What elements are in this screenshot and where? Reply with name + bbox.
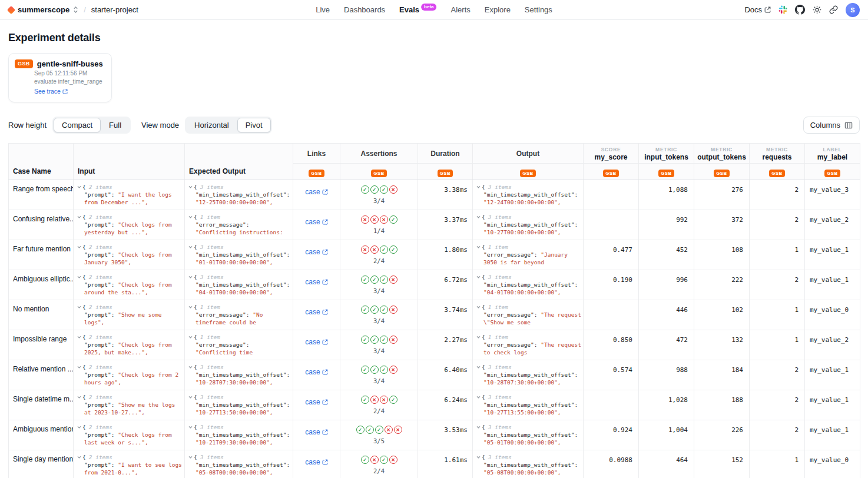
item-count: 2 items (89, 214, 112, 220)
assertion-fail-icon: ✕ (389, 366, 397, 374)
expand-chevron-icon[interactable] (188, 274, 193, 280)
case-link[interactable]: case (305, 218, 327, 226)
case-link[interactable]: case (305, 248, 327, 256)
breadcrumb-project[interactable]: starter-project (91, 5, 138, 14)
item-count: 1 item (200, 334, 220, 340)
view-mode-option-pivot[interactable]: Pivot (237, 118, 271, 132)
expand-chevron-icon[interactable] (188, 304, 193, 310)
input-tokens-value: 472 (639, 330, 694, 360)
run-badge[interactable]: GSB (520, 170, 536, 177)
view-mode-option-horizontal[interactable]: Horizontal (186, 118, 237, 132)
expand-chevron-icon[interactable] (476, 454, 481, 460)
expand-chevron-icon[interactable] (476, 394, 481, 400)
run-badge-cell: GSB (293, 164, 340, 180)
expand-chevron-icon[interactable] (188, 424, 193, 430)
expand-chevron-icon[interactable] (188, 334, 193, 340)
item-count: 3 items (200, 244, 224, 250)
row-height-option-full[interactable]: Full (101, 118, 130, 132)
tab-evals[interactable]: Evalsbeta (393, 1, 443, 18)
run-badge[interactable]: GSB (769, 170, 785, 177)
run-badge[interactable]: GSB (371, 170, 387, 177)
case-name: Single day mention (13, 455, 73, 463)
expand-chevron-icon[interactable] (476, 424, 481, 430)
expected-output-cell: {3 items "min_timestamp_with_offset": "0… (185, 240, 293, 270)
expand-chevron-icon[interactable] (188, 364, 193, 370)
assertion-icons: ✓✓✓✕ (340, 366, 418, 374)
tab-alerts[interactable]: Alerts (445, 1, 477, 18)
tab-live[interactable]: Live (309, 1, 336, 18)
expand-chevron-icon[interactable] (77, 394, 82, 400)
avatar[interactable]: S (846, 3, 860, 17)
output-tokens-value: 132 (694, 330, 750, 360)
case-link[interactable]: case (305, 338, 327, 346)
tab-dashboards[interactable]: Dashboards (337, 1, 392, 18)
assertion-summary: 2/4 (340, 257, 418, 264)
output-tokens-value: 222 (694, 270, 750, 300)
expand-chevron-icon[interactable] (77, 304, 82, 310)
case-link[interactable]: case (305, 278, 327, 286)
workspace-switcher[interactable]: summerscope (8, 5, 78, 14)
assertion-pass-icon: ✓ (361, 396, 369, 404)
tab-settings[interactable]: Settings (518, 1, 559, 18)
run-badge[interactable]: GSB (438, 170, 453, 177)
case-link[interactable]: case (305, 428, 327, 436)
expand-chevron-icon[interactable] (77, 274, 82, 280)
label-value: my_value_3 (805, 180, 860, 210)
run-badge[interactable]: GSB (824, 170, 840, 177)
expand-chevron-icon[interactable] (476, 244, 481, 250)
expand-chevron-icon[interactable] (188, 244, 193, 250)
duration-cell: 6.72ms (418, 270, 473, 300)
expand-chevron-icon[interactable] (188, 214, 193, 220)
item-count: 3 items (200, 364, 224, 370)
run-badge[interactable]: GSB (603, 170, 619, 177)
expand-chevron-icon[interactable] (77, 214, 82, 220)
item-count: 3 items (200, 184, 224, 190)
assertion-pass-icon: ✓ (389, 245, 397, 254)
theme-sun-icon[interactable] (813, 5, 821, 14)
expand-chevron-icon[interactable] (77, 424, 82, 430)
run-badge[interactable]: GSB (714, 170, 730, 177)
item-count: 2 items (89, 274, 112, 280)
assertion-pass-icon: ✓ (380, 185, 388, 194)
expand-chevron-icon[interactable] (188, 454, 193, 460)
case-link[interactable]: case (305, 188, 327, 196)
case-link[interactable]: case (305, 458, 327, 466)
output-tokens-value: 102 (694, 300, 750, 330)
case-link[interactable]: case (305, 368, 327, 376)
see-trace-link[interactable]: See trace (34, 88, 68, 95)
columns-button[interactable]: Columns (803, 117, 860, 134)
github-icon[interactable] (795, 5, 805, 15)
expand-chevron-icon[interactable] (77, 184, 82, 190)
case-link[interactable]: case (305, 398, 327, 406)
col-header-output: Output (473, 144, 584, 164)
expand-chevron-icon[interactable] (77, 334, 82, 340)
label-value: my_value_0 (805, 300, 860, 330)
output-cell: {3 items "min_timestamp_with_offset": "1… (473, 180, 584, 210)
case-name: Confusing relative... (13, 215, 74, 223)
expand-chevron-icon[interactable] (188, 394, 193, 400)
expand-chevron-icon[interactable] (77, 364, 82, 370)
table-row: No mention {2 items "prompt": "Show me s… (9, 300, 860, 330)
run-badge[interactable]: GSB (309, 170, 324, 177)
external-link-icon (322, 219, 328, 225)
expand-chevron-icon[interactable] (188, 184, 193, 190)
expand-chevron-icon[interactable] (476, 214, 481, 220)
run-badge[interactable]: GSB (658, 170, 674, 177)
tab-explore[interactable]: Explore (478, 1, 517, 18)
docs-link[interactable]: Docs (744, 5, 771, 14)
expand-chevron-icon[interactable] (476, 184, 481, 190)
row-height-option-compact[interactable]: Compact (54, 118, 101, 132)
slack-icon[interactable] (778, 5, 787, 14)
expected-output-cell: {3 items "min_timestamp_with_offset": "1… (185, 180, 293, 210)
expand-chevron-icon[interactable] (476, 304, 481, 310)
link-icon[interactable] (829, 5, 838, 14)
expand-chevron-icon[interactable] (476, 334, 481, 340)
expand-chevron-icon[interactable] (476, 364, 481, 370)
expand-chevron-icon[interactable] (77, 454, 82, 460)
output-cell: {3 items "min_timestamp_with_offset": "0… (473, 270, 584, 300)
case-link[interactable]: case (305, 308, 327, 316)
expand-chevron-icon[interactable] (77, 244, 82, 250)
assertion-fail-icon: ✕ (389, 185, 397, 194)
input-cell: {2 items "prompt": "I want the logs from… (74, 180, 185, 210)
expand-chevron-icon[interactable] (476, 274, 481, 280)
